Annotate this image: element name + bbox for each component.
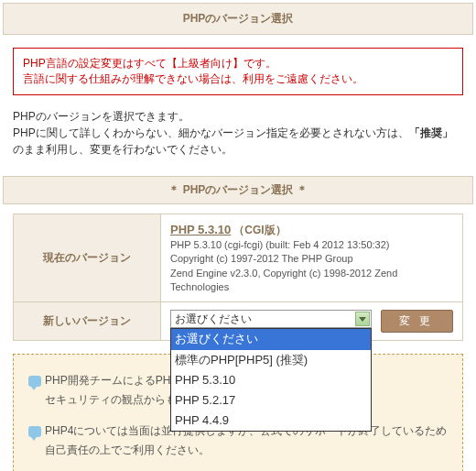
intro-line2b: 「推奨」 xyxy=(409,126,453,139)
bubble-icon xyxy=(28,376,41,387)
page-title: PHPのバージョン選択 xyxy=(3,3,473,35)
warning-box: PHP言語の設定変更はすべて【上級者向け】です。 言語に関する仕組みが理解できな… xyxy=(13,48,463,95)
bubble-icon xyxy=(28,426,41,437)
version-select[interactable]: お選びください xyxy=(170,310,372,328)
current-version-label: 現在のバージョン xyxy=(14,214,161,302)
chevron-down-icon[interactable] xyxy=(355,312,370,326)
version-option[interactable]: PHP 4.4.9 xyxy=(171,411,371,431)
current-version-build: PHP 5.3.10 (cgi-fcgi) (built: Feb 4 2012… xyxy=(170,239,390,250)
current-version-copy1: Copyright (c) 1997-2012 The PHP Group xyxy=(170,253,353,264)
current-version-copy2: Zend Engine v2.3.0, Copyright (c) 1998-2… xyxy=(170,268,397,292)
change-button[interactable]: 変更 xyxy=(381,310,453,333)
current-version-cell: PHP 5.3.10 （CGI版） PHP 5.3.10 (cgi-fcgi) … xyxy=(161,214,463,302)
new-version-cell: お選びください お選びください 標準のPHP[PHP5] (推奨) PHP 5.… xyxy=(161,302,463,341)
version-table: 現在のバージョン PHP 5.3.10 （CGI版） PHP 5.3.10 (c… xyxy=(13,214,463,342)
intro-line2c: のまま利用し、変更を行わないでください。 xyxy=(13,143,233,156)
note2-line2: 自己責任の上でご利用ください。 xyxy=(45,444,210,456)
section-title: ＊ PHPのバージョン選択 ＊ xyxy=(3,176,473,204)
current-version-tag: （CGI版） xyxy=(233,224,286,236)
version-option[interactable]: 標準のPHP[PHP5] (推奨) xyxy=(171,350,371,370)
version-option[interactable]: PHP 5.2.17 xyxy=(171,390,371,411)
intro-text: PHPのバージョンを選択できます。 PHPに関して詳しくわからない、細かなバージ… xyxy=(13,108,463,158)
version-dropdown: お選びください 標準のPHP[PHP5] (推奨) PHP 5.3.10 PHP… xyxy=(170,328,372,432)
warning-line2: 言語に関する仕組みが理解できない場合は、利用をご遠慮ください。 xyxy=(23,72,363,85)
new-version-label: 新しいバージョン xyxy=(14,302,161,341)
current-version-name: PHP 5.3.10 xyxy=(170,223,231,236)
intro-line1: PHPのバージョンを選択できます。 xyxy=(13,110,189,123)
version-option[interactable]: PHP 5.3.10 xyxy=(171,370,371,390)
intro-line2a: PHPに関して詳しくわからない、細かなバージョン指定を必要とされない方は、 xyxy=(13,126,409,139)
version-option[interactable]: お選びください xyxy=(171,329,371,349)
warning-line1: PHP言語の設定変更はすべて【上級者向け】です。 xyxy=(23,57,276,70)
version-select-value: お選びください xyxy=(175,312,252,325)
